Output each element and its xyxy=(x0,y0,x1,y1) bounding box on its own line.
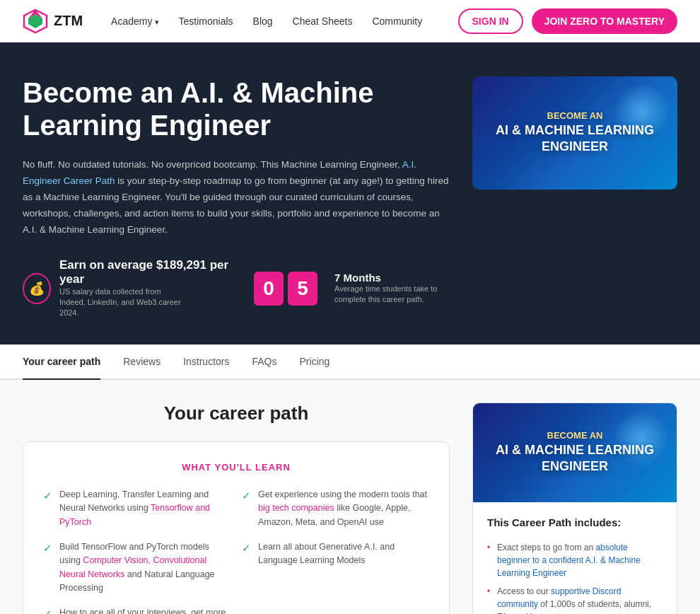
signin-button[interactable]: SIGN IN xyxy=(458,8,523,34)
sidebar-list: Exact steps to go from an absolute begin… xyxy=(487,538,663,614)
become-text: BECOME AN xyxy=(486,110,663,122)
learn-item-5: ✓ How to ace all of your interviews, get… xyxy=(43,606,231,614)
main-content: Your career path WHAT YOU'LL LEARN ✓ Dee… xyxy=(0,380,700,614)
hero-description: No fluff. No outdated tutorials. No over… xyxy=(23,157,450,238)
tab-reviews[interactable]: Reviews xyxy=(123,344,161,380)
logo-text: ZTM xyxy=(54,13,83,29)
tab-pricing[interactable]: Pricing xyxy=(300,344,330,380)
tab-instructors[interactable]: Instructors xyxy=(183,344,229,380)
counter-boxes: 0 5 xyxy=(254,272,317,306)
learn-item-3: ✓ Build TensorFlow and PyTorch models us… xyxy=(43,540,231,596)
hero-section: Become an A.I. & Machine Learning Engine… xyxy=(0,42,700,344)
learn-text-2: Get experience using the modern tools th… xyxy=(258,488,429,529)
learn-item-2: ✓ Get experience using the modern tools … xyxy=(242,488,429,529)
sidebar-bullet-1: Exact steps to go from an absolute begin… xyxy=(487,538,663,582)
learn-text-1: Deep Learning, Transfer Learning and Neu… xyxy=(59,488,231,529)
sidebar-image-text: BECOME AN AI & MACHINE LEARNING ENGINEER xyxy=(487,430,663,475)
learn-card: WHAT YOU'LL LEARN ✓ Deep Learning, Trans… xyxy=(23,441,450,614)
months-label: 7 Months xyxy=(334,272,450,284)
salary-amount: Earn on average $189,291 per year xyxy=(59,258,237,286)
nav-link-blog[interactable]: Blog xyxy=(253,16,273,27)
salary-text: Earn on average $189,291 per year US sal… xyxy=(59,258,237,319)
money-icon: 💰 xyxy=(23,273,51,304)
nav-buttons: SIGN IN JOIN ZERO TO MASTERY xyxy=(458,8,677,34)
months-stat: 7 Months Average time students take to c… xyxy=(334,272,450,306)
nav-links: Academy Testimonials Blog Cheat Sheets C… xyxy=(111,16,457,27)
check-icon-2: ✓ xyxy=(242,490,251,502)
nav-link-academy[interactable]: Academy xyxy=(111,16,158,27)
learn-card-title: WHAT YOU'LL LEARN xyxy=(43,462,429,473)
tab-career-path[interactable]: Your career path xyxy=(23,344,100,380)
nav-link-testimonials[interactable]: Testimonials xyxy=(179,16,233,27)
tabs-bar: Your career path Reviews Instructors FAQ… xyxy=(0,344,700,380)
learn-text-3: Build TensorFlow and PyTorch models usin… xyxy=(59,540,231,596)
learn-text-5: How to ace all of your interviews, get m… xyxy=(59,606,231,614)
nav-link-cheatsheets[interactable]: Cheat Sheets xyxy=(293,16,353,27)
learn-item-4: ✓ Learn all about Generative A.I. and La… xyxy=(242,540,429,596)
counter-digit-1: 5 xyxy=(288,272,317,306)
main-left: Your career path WHAT YOU'LL LEARN ✓ Dee… xyxy=(23,402,450,614)
nav-link-community[interactable]: Community xyxy=(372,16,422,27)
learn-text-4: Learn all about Generative A.I. and Lang… xyxy=(258,540,429,568)
join-button[interactable]: JOIN ZERO TO MASTERY xyxy=(532,8,677,34)
logo-icon xyxy=(23,8,48,34)
salary-stat: 💰 Earn on average $189,291 per year US s… xyxy=(23,258,237,319)
hero-left: Become an A.I. & Machine Learning Engine… xyxy=(23,76,450,319)
salary-sub: US salary data collected from Indeed, Li… xyxy=(59,286,187,319)
sidebar-inner: This Career Path includes: Exact steps t… xyxy=(473,502,677,614)
hero-stats: 💰 Earn on average $189,291 per year US s… xyxy=(23,258,450,319)
sidebar-heading: This Career Path includes: xyxy=(487,516,663,528)
hero-image-card: BECOME AN AI & MACHINE LEARNING ENGINEER xyxy=(472,76,677,190)
navbar: ZTM Academy Testimonials Blog Cheat Shee… xyxy=(0,0,700,42)
tab-faqs[interactable]: FAQs xyxy=(252,344,277,380)
sidebar-bullet-2: Access to our supportive Discord communi… xyxy=(487,582,663,614)
learn-grid: ✓ Deep Learning, Transfer Learning and N… xyxy=(43,488,429,614)
check-icon-5: ✓ xyxy=(43,608,52,614)
sidebar-become: BECOME AN xyxy=(487,430,663,442)
learn-item-6: ✓ xyxy=(242,606,429,614)
section-title: Your career path xyxy=(23,402,450,424)
learn-item-1: ✓ Deep Learning, Transfer Learning and N… xyxy=(43,488,231,529)
check-icon-3: ✓ xyxy=(43,542,52,555)
sidebar-image-title: AI & MACHINE LEARNING ENGINEER xyxy=(487,442,663,475)
hero-title: Become an A.I. & Machine Learning Engine… xyxy=(23,76,450,141)
image-title: AI & MACHINE LEARNING ENGINEER xyxy=(486,122,663,156)
check-icon-1: ✓ xyxy=(43,490,52,502)
hero-image-text: BECOME AN AI & MACHINE LEARNING ENGINEER xyxy=(486,110,663,156)
counter-digit-0: 0 xyxy=(254,272,284,306)
check-icon-4: ✓ xyxy=(242,542,251,555)
months-sub: Average time students take to complete t… xyxy=(334,284,450,306)
logo[interactable]: ZTM xyxy=(23,8,83,34)
hero-right: BECOME AN AI & MACHINE LEARNING ENGINEER xyxy=(472,76,677,190)
sidebar-card: BECOME AN AI & MACHINE LEARNING ENGINEER… xyxy=(472,402,677,614)
sidebar-image: BECOME AN AI & MACHINE LEARNING ENGINEER xyxy=(473,403,677,502)
